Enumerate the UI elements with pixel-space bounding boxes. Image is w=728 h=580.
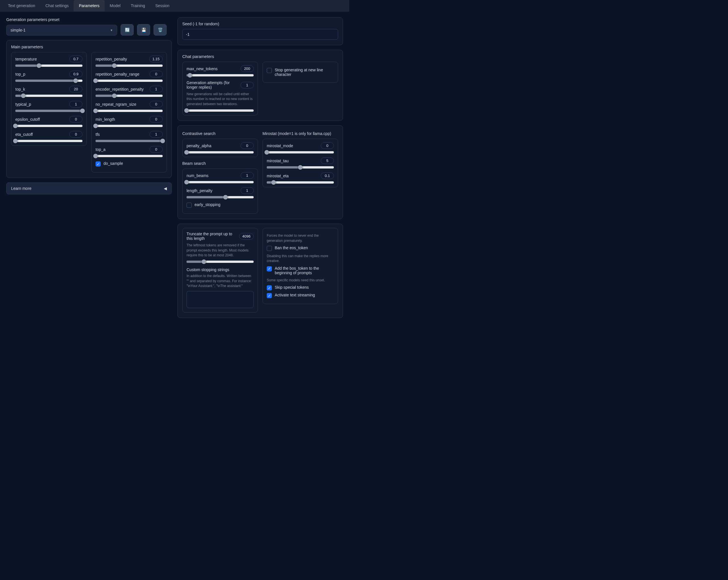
- tfs-label: tfs: [96, 132, 100, 137]
- triangle-left-icon: ◀: [164, 186, 167, 191]
- tab-text-generation[interactable]: Text generation: [3, 0, 41, 11]
- mirostat-mode-value[interactable]: 0: [321, 142, 334, 149]
- early-stopping-checkbox[interactable]: early_stopping: [186, 202, 254, 208]
- num-beams-value[interactable]: 1: [240, 172, 254, 179]
- disabling-help: Disabling this can make the replies more…: [267, 254, 334, 264]
- repetition_penalty_range-slider[interactable]: [96, 80, 163, 82]
- truncate-slider[interactable]: [186, 260, 254, 263]
- seed-input[interactable]: [182, 29, 338, 40]
- truncate-box: Truncate the prompt up to this length 40…: [182, 228, 258, 312]
- top_a-slider-row: top_a0: [96, 146, 163, 157]
- main-parameters-title: Main parameters: [11, 44, 167, 49]
- temperature-slider[interactable]: [15, 64, 82, 67]
- eta_cutoff-value[interactable]: 0: [69, 131, 82, 138]
- penalty-alpha-slider-row: penalty_alpha0: [186, 142, 254, 154]
- repetition_penalty-value[interactable]: 1.15: [149, 56, 163, 62]
- tab-chat-settings[interactable]: Chat settings: [41, 0, 74, 11]
- epsilon_cutoff-value[interactable]: 0: [69, 116, 82, 122]
- repetition_penalty-slider[interactable]: [96, 64, 163, 67]
- delete-icon: 🗑️: [158, 28, 163, 32]
- checkbox-box: [267, 246, 272, 251]
- mirostat-box: mirostat_mode0mirostat_tau5mirostat_eta0…: [262, 139, 338, 187]
- learn-more-toggle[interactable]: Learn more ◀: [6, 183, 172, 194]
- generation-attempts-slider[interactable]: [186, 109, 254, 112]
- eta_cutoff-label: eta_cutoff: [15, 132, 33, 137]
- temperature-label: temperature: [15, 57, 37, 61]
- do-sample-checkbox[interactable]: ✓do_sample: [96, 161, 163, 167]
- stop-newline-checkbox[interactable]: Stop generating at new line character: [267, 67, 334, 77]
- mirostat-title: Mirostat (mode=1 is only for llama.cpp): [262, 131, 338, 136]
- tfs-value[interactable]: 1: [150, 131, 163, 138]
- temperature-value[interactable]: 0.7: [69, 56, 82, 62]
- custom-stop-input[interactable]: [186, 291, 254, 308]
- tab-parameters[interactable]: Parameters: [74, 0, 104, 11]
- repetition_penalty_range-value[interactable]: 0: [150, 71, 163, 77]
- max-new-tokens-value[interactable]: 200: [240, 65, 254, 72]
- truncate-help: The leftmost tokens are removed if the p…: [186, 243, 254, 258]
- length-penalty-label: length_penalty: [186, 188, 212, 193]
- length-penalty-slider-row: length_penalty1: [186, 187, 254, 198]
- epsilon_cutoff-slider[interactable]: [15, 125, 82, 127]
- top-tabbar: Text generationChat settingsParametersMo…: [0, 0, 349, 12]
- checkbox-box: ✓: [267, 266, 272, 271]
- preset-refresh-button[interactable]: 🔄: [121, 24, 134, 35]
- top_k-label: top_k: [15, 87, 25, 91]
- top_k-slider[interactable]: [15, 94, 82, 97]
- max-new-tokens-label: max_new_tokens: [186, 66, 217, 71]
- no_repeat_ngram_size-slider[interactable]: [96, 110, 163, 112]
- mirostat-mode-slider[interactable]: [267, 151, 334, 154]
- max-new-tokens-slider[interactable]: [186, 74, 254, 77]
- beam-box: num_beams1length_penalty1early_stopping: [182, 168, 258, 214]
- penalty-alpha-value[interactable]: 0: [240, 142, 254, 149]
- tfs-slider[interactable]: [96, 140, 163, 142]
- encoder_repetition_penalty-slider[interactable]: [96, 94, 163, 97]
- typical_p-value[interactable]: 1: [69, 101, 82, 107]
- min_length-value[interactable]: 0: [150, 116, 163, 122]
- preset-delete-button[interactable]: 🗑️: [154, 24, 167, 35]
- eta_cutoff-slider[interactable]: [15, 140, 82, 142]
- tab-model[interactable]: Model: [105, 0, 126, 11]
- encoder_repetition_penalty-slider-row: encoder_repetition_penalty1: [96, 86, 163, 97]
- mirostat-eta-slider[interactable]: [267, 181, 334, 184]
- top_a-value[interactable]: 0: [150, 146, 163, 153]
- top_a-label: top_a: [96, 147, 105, 152]
- learn-more-label: Learn more: [11, 186, 31, 191]
- generation-attempts-value[interactable]: 1: [240, 82, 254, 88]
- epsilon_cutoff-label: epsilon_cutoff: [15, 117, 40, 121]
- length-penalty-slider[interactable]: [186, 196, 254, 198]
- tfs-slider-row: tfs1: [96, 131, 163, 142]
- mirostat-tau-slider[interactable]: [267, 166, 334, 168]
- length-penalty-value[interactable]: 1: [240, 187, 254, 194]
- mirostat-tau-slider-row: mirostat_tau5: [267, 158, 334, 168]
- ban-eos-checkbox[interactable]: Ban the eos_token: [267, 246, 334, 251]
- min_length-slider-row: min_length0: [96, 116, 163, 127]
- num-beams-slider[interactable]: [186, 181, 254, 183]
- tab-training[interactable]: Training: [126, 0, 150, 11]
- activate-stream-checkbox[interactable]: ✓ Activate text streaming: [267, 293, 334, 298]
- typical_p-slider[interactable]: [15, 110, 82, 112]
- temperature-slider-row: temperature0.7: [15, 56, 82, 67]
- top_p-value[interactable]: 0.9: [69, 71, 82, 77]
- truncate-value[interactable]: 4096: [239, 233, 254, 240]
- add-bos-checkbox[interactable]: ✓ Add the bos_token to the beginning of …: [267, 266, 334, 275]
- preset-save-button[interactable]: 💾: [137, 24, 150, 35]
- top_a-slider[interactable]: [96, 155, 163, 157]
- skip-special-checkbox[interactable]: ✓ Skip special tokens: [267, 285, 334, 291]
- top_k-value[interactable]: 20: [69, 86, 82, 92]
- top_p-slider[interactable]: [15, 80, 82, 82]
- custom-stop-label: Custom stopping strings: [186, 268, 254, 272]
- stop-newline-label: Stop generating at new line character: [275, 67, 334, 77]
- preset-select[interactable]: simple-1 ▼: [6, 25, 117, 35]
- repetition_penalty_range-slider-row: repetition_penalty_range0: [96, 71, 163, 82]
- no_repeat_ngram_size-value[interactable]: 0: [150, 101, 163, 107]
- mirostat-eta-value[interactable]: 0.1: [321, 172, 334, 179]
- seed-panel: Seed (-1 for random): [178, 17, 343, 45]
- encoder_repetition_penalty-value[interactable]: 1: [150, 86, 163, 92]
- mirostat-eta-label: mirostat_eta: [267, 174, 289, 178]
- tab-session[interactable]: Session: [150, 0, 175, 11]
- penalty-alpha-slider[interactable]: [186, 151, 254, 154]
- min_length-slider[interactable]: [96, 125, 163, 127]
- truncate-label: Truncate the prompt up to this length: [186, 231, 235, 241]
- chat-params-col2: Stop generating at new line character: [262, 62, 338, 83]
- mirostat-tau-value[interactable]: 5: [321, 158, 334, 164]
